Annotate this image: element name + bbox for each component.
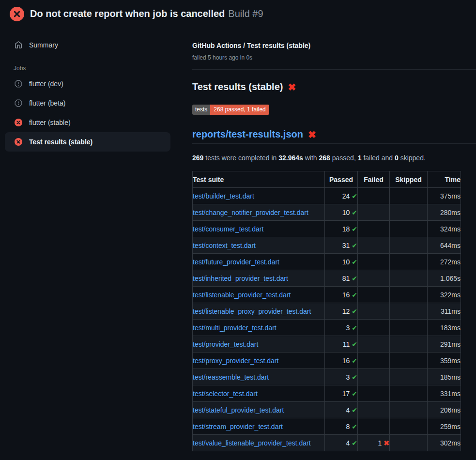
cross-icon: ✖ xyxy=(384,439,389,447)
failed-cell xyxy=(358,204,390,221)
suite-link[interactable]: test/consumer_test.dart xyxy=(193,225,263,233)
passed-cell: 4✔ xyxy=(325,402,358,418)
suite-link[interactable]: test/stream_provider_test.dart xyxy=(193,423,283,430)
failed-x-icon xyxy=(10,7,24,21)
check-icon: ✔ xyxy=(352,242,357,249)
section-title: Test results (stable) ✖ xyxy=(192,81,296,92)
suite-link[interactable]: test/context_test.dart xyxy=(193,242,256,249)
suite-cell: test/inherited_provider_test.dart xyxy=(193,270,325,287)
tests-badge[interactable]: tests 268 passed, 1 failed xyxy=(192,105,269,115)
passed-count: 10 xyxy=(342,209,350,216)
suite-link[interactable]: test/listenable_proxy_provider_test.dart xyxy=(193,307,311,315)
summary-number: 32.964s xyxy=(278,154,303,162)
failed-cell xyxy=(358,287,390,303)
time-cell: 183ms xyxy=(428,320,461,336)
passed-count: 4 xyxy=(346,406,350,414)
summary-text: with xyxy=(303,154,319,162)
sidebar-item-flutter-dev[interactable]: flutter (dev) xyxy=(0,74,184,93)
passed-cell: 17✔ xyxy=(325,385,358,402)
sidebar-summary-label: Summary xyxy=(29,41,58,49)
failed-x-icon xyxy=(15,138,22,146)
check-icon: ✔ xyxy=(352,225,357,233)
passed-cell: 3✔ xyxy=(325,369,358,385)
divider xyxy=(192,143,476,144)
column-header-time: Time xyxy=(428,171,461,188)
suite-link[interactable]: test/provider_test.dart xyxy=(193,340,258,348)
suite-link[interactable]: test/value_listenable_provider_test.dart xyxy=(193,439,311,447)
time-cell: 331ms xyxy=(428,385,461,402)
suite-link[interactable]: test/listenable_provider_test.dart xyxy=(193,291,291,299)
red-cross-icon: ✖ xyxy=(288,82,296,92)
breadcrumb: GitHub Actions / Test results (stable) xyxy=(192,42,310,49)
time-cell: 280ms xyxy=(428,204,461,221)
passed-count: 31 xyxy=(342,242,350,249)
test-summary-sentence: 269 tests were completed in 32.964s with… xyxy=(192,154,426,162)
suite-link[interactable]: test/multi_provider_test.dart xyxy=(193,324,276,332)
suite-cell: test/multi_provider_test.dart xyxy=(193,320,325,336)
passed-count: 11 xyxy=(343,340,350,348)
build-number: Build #9 xyxy=(228,8,263,19)
page-title: Do not create report when job is cancell… xyxy=(30,8,225,19)
check-icon: ✔ xyxy=(352,373,357,381)
column-header-passed: Passed xyxy=(325,171,358,188)
skipped-cell xyxy=(390,369,428,385)
suite-cell: test/stateful_provider_test.dart xyxy=(193,402,325,418)
suite-link[interactable]: test/change_notifier_provider_test.dart xyxy=(193,209,308,216)
report-file-name: reports/test-results.json xyxy=(192,129,303,140)
skipped-cell xyxy=(390,402,428,418)
sidebar-item-test-results-stable[interactable]: Test results (stable) xyxy=(5,132,170,152)
skipped-cell xyxy=(390,385,428,402)
column-header-failed: Failed xyxy=(358,171,390,188)
table-header-row: Test suitePassedFailedSkippedTime xyxy=(193,171,461,188)
summary-text: passed, xyxy=(330,154,358,162)
suite-link[interactable]: test/selector_test.dart xyxy=(193,390,258,398)
sidebar-item-flutter-beta[interactable]: flutter (beta) xyxy=(0,93,184,113)
skipped-cell xyxy=(390,270,428,287)
passed-count: 16 xyxy=(342,357,350,365)
home-icon xyxy=(15,41,22,49)
suite-cell: test/builder_test.dart xyxy=(193,188,325,204)
suite-link[interactable]: test/stateful_provider_test.dart xyxy=(193,406,284,414)
passed-cell: 8✔ xyxy=(325,418,358,435)
suite-link[interactable]: test/proxy_provider_test.dart xyxy=(193,357,278,365)
suite-link[interactable]: test/builder_test.dart xyxy=(193,192,254,200)
summary-number: 0 xyxy=(395,154,399,162)
skipped-cell xyxy=(390,418,428,435)
check-icon: ✔ xyxy=(352,307,357,315)
suite-cell: test/proxy_provider_test.dart xyxy=(193,353,325,369)
sidebar-item-flutter-stable[interactable]: flutter (stable) xyxy=(0,113,184,132)
failed-cell xyxy=(358,270,390,287)
table-row: test/multi_provider_test.dart3✔183ms xyxy=(193,320,461,336)
passed-count: 8 xyxy=(346,423,350,430)
skipped-cell xyxy=(390,188,428,204)
red-cross-icon: ✖ xyxy=(308,130,316,139)
report-file-link[interactable]: reports/test-results.json ✖ xyxy=(192,129,316,140)
failed-cell: 1✖ xyxy=(358,435,390,451)
skipped-cell xyxy=(390,435,428,451)
failed-cell xyxy=(358,369,390,385)
suite-link[interactable]: test/inherited_provider_test.dart xyxy=(193,275,288,282)
skipped-cell xyxy=(390,353,428,369)
divider xyxy=(192,69,476,70)
suite-link[interactable]: test/future_provider_test.dart xyxy=(193,258,279,266)
suite-link[interactable]: test/reassemble_test.dart xyxy=(193,373,269,381)
suite-cell: test/provider_test.dart xyxy=(193,336,325,353)
passed-cell: 16✔ xyxy=(325,353,358,369)
check-icon: ✔ xyxy=(352,192,357,200)
table-row: test/value_listenable_provider_test.dart… xyxy=(193,435,461,451)
sidebar-item-summary[interactable]: Summary xyxy=(0,35,184,55)
check-icon: ✔ xyxy=(352,340,357,348)
passed-count: 16 xyxy=(342,291,350,299)
skipped-cell xyxy=(390,320,428,336)
summary-text: skipped. xyxy=(399,154,426,162)
failed-cell xyxy=(358,336,390,353)
suite-cell: test/reassemble_test.dart xyxy=(193,369,325,385)
skipped-cell xyxy=(390,303,428,320)
table-row: test/listenable_provider_test.dart16✔322… xyxy=(193,287,461,303)
table-row: test/inherited_provider_test.dart81✔1.06… xyxy=(193,270,461,287)
suite-cell: test/consumer_test.dart xyxy=(193,221,325,237)
check-icon: ✔ xyxy=(352,258,357,266)
passed-count: 10 xyxy=(342,258,350,266)
sidebar-item-label: flutter (dev) xyxy=(29,80,63,88)
suite-cell: test/value_listenable_provider_test.dart xyxy=(193,435,325,451)
